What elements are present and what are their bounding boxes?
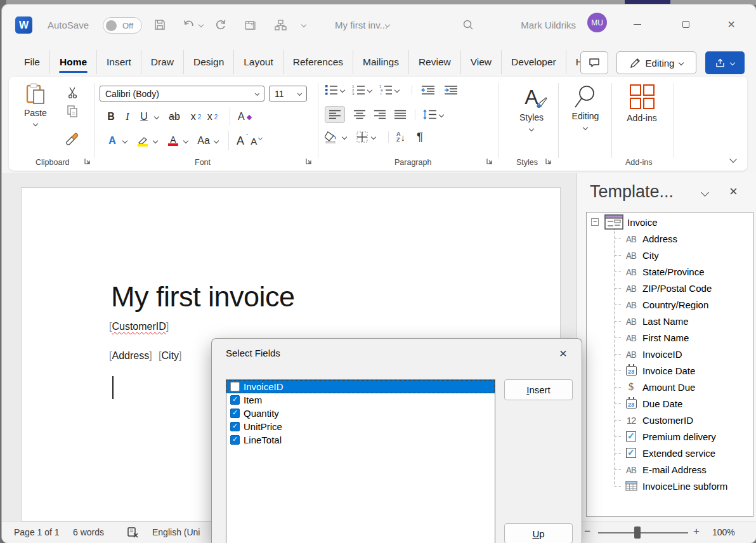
- italic-button[interactable]: I: [119, 107, 136, 126]
- collapse-ribbon-chevron-icon[interactable]: [729, 155, 736, 162]
- tree-item-extended-service[interactable]: Extended service: [587, 445, 715, 461]
- tab-mailings[interactable]: Mailings: [353, 50, 408, 74]
- autosave-toggle[interactable]: Off: [103, 17, 142, 34]
- tree-root-invoice[interactable]: − Invoice: [587, 214, 658, 230]
- package-icon[interactable]: [243, 18, 257, 32]
- field-row-unitprice[interactable]: UnitPrice: [226, 420, 495, 433]
- zoom-slider-track[interactable]: [598, 532, 688, 533]
- align-center-button[interactable]: [354, 110, 365, 119]
- paste-button[interactable]: Paste: [24, 83, 47, 126]
- minimize-button[interactable]: [625, 13, 650, 35]
- word-count[interactable]: 6 words: [73, 527, 104, 537]
- share-button[interactable]: [705, 51, 745, 74]
- highlight-chevron-icon[interactable]: [151, 131, 160, 150]
- font-name-combo[interactable]: Calibri (Body): [100, 86, 264, 101]
- page-indicator[interactable]: Page 1 of 1: [14, 527, 60, 537]
- multilevel-chevron-icon[interactable]: [394, 87, 400, 92]
- field-checkbox[interactable]: [230, 409, 240, 418]
- tab-home[interactable]: Home: [49, 50, 96, 74]
- paragraph-dialog-launcher-icon[interactable]: [486, 157, 495, 166]
- strikethrough-button[interactable]: ab: [166, 107, 183, 126]
- underline-button[interactable]: U: [136, 107, 152, 126]
- font-dialog-launcher-icon[interactable]: [305, 157, 314, 166]
- field-row-quantity[interactable]: Quantity: [226, 407, 495, 420]
- undo-chevron-icon[interactable]: [197, 18, 205, 32]
- tab-developer[interactable]: Developer: [501, 50, 566, 74]
- zoom-slider-handle[interactable]: [634, 527, 641, 539]
- zoom-in-button[interactable]: +: [693, 525, 700, 538]
- tree-item-invoice-date[interactable]: 23Invoice Date: [587, 362, 695, 379]
- subscript-button[interactable]: x2: [188, 107, 204, 126]
- document-heading[interactable]: My first invoice: [111, 280, 295, 313]
- tree-item-last-name[interactable]: ABLast Name: [587, 313, 689, 329]
- text-effects-chevron-icon[interactable]: [121, 131, 129, 150]
- panel-chevron-icon[interactable]: [701, 188, 709, 197]
- hierarchy-icon[interactable]: [273, 18, 287, 32]
- panel-close-icon[interactable]: ×: [729, 183, 738, 200]
- field-row-item[interactable]: Item: [226, 393, 495, 407]
- editing-group-button[interactable]: Editing: [563, 84, 608, 129]
- qat-chevron-icon[interactable]: [300, 18, 308, 32]
- line-spacing-button[interactable]: [415, 109, 443, 120]
- search-icon[interactable]: [461, 18, 475, 32]
- sort-button[interactable]: AZ ↓: [388, 131, 405, 143]
- field-row-linetotal[interactable]: LineTotal: [226, 433, 495, 447]
- format-painter-icon[interactable]: [65, 131, 80, 147]
- tree-item-invoiceline-subform[interactable]: InvoiceLine subform: [587, 478, 727, 494]
- word-logo-icon[interactable]: W: [15, 16, 32, 34]
- editing-mode-button[interactable]: Editing: [616, 51, 696, 74]
- text-effects-button[interactable]: A: [104, 131, 121, 150]
- cut-icon[interactable]: [67, 86, 80, 99]
- align-left-button[interactable]: [325, 106, 345, 123]
- field-checkbox[interactable]: [230, 382, 240, 391]
- tab-references[interactable]: References: [283, 50, 353, 74]
- decrease-indent-button[interactable]: [412, 85, 435, 95]
- insert-button[interactable]: Insert: [504, 379, 573, 400]
- field-checkbox[interactable]: [230, 435, 240, 445]
- styles-dialog-launcher-icon[interactable]: [545, 157, 554, 166]
- styles-button[interactable]: A Styles: [507, 84, 556, 131]
- redo-icon[interactable]: [214, 18, 228, 32]
- change-case-button[interactable]: Aa: [195, 131, 212, 150]
- justify-button[interactable]: [394, 110, 406, 119]
- doc-title-chevron-icon[interactable]: [384, 18, 391, 32]
- tab-file[interactable]: File: [15, 50, 49, 74]
- tree-item-zip-postal-code[interactable]: ABZIP/Postal Code: [587, 280, 712, 296]
- bullets-button[interactable]: [325, 84, 338, 95]
- align-right-button[interactable]: [374, 110, 386, 119]
- zoom-level[interactable]: 100%: [712, 527, 735, 537]
- change-case-chevron-icon[interactable]: [212, 131, 221, 150]
- tree-item-invoiceid[interactable]: ABInvoiceID: [587, 346, 682, 362]
- merge-field-customerid[interactable]: [CustomerID]: [109, 321, 169, 332]
- grow-font-button[interactable]: Aˆ: [228, 131, 248, 150]
- superscript-button[interactable]: x2: [204, 107, 221, 126]
- tree-item-amount-due[interactable]: $Amount Due: [587, 379, 695, 395]
- font-size-combo[interactable]: 11: [269, 86, 307, 101]
- field-checkbox[interactable]: [230, 395, 240, 405]
- font-color-chevron-icon[interactable]: [181, 131, 190, 150]
- numbering-button[interactable]: 123: [352, 84, 365, 95]
- tab-layout[interactable]: Layout: [233, 50, 283, 74]
- collapse-minus-icon[interactable]: −: [591, 218, 599, 226]
- up-button[interactable]: Up: [504, 523, 573, 543]
- tree-item-customerid[interactable]: 12CustomerID: [587, 412, 693, 428]
- proofing-status-icon[interactable]: [126, 527, 139, 539]
- tab-insert[interactable]: Insert: [96, 50, 141, 74]
- bullets-chevron-icon[interactable]: [340, 87, 345, 92]
- tree-item-first-name[interactable]: ABFirst Name: [587, 329, 689, 346]
- language-indicator[interactable]: English (Uni: [152, 527, 200, 537]
- field-checkbox[interactable]: [230, 422, 240, 431]
- addins-button[interactable]: Add-ins: [619, 84, 665, 123]
- document-title[interactable]: My first inv...: [335, 20, 388, 30]
- dialog-close-icon[interactable]: ×: [554, 344, 573, 363]
- tree-item-country-region[interactable]: ABCountry/Region: [587, 296, 708, 313]
- multilevel-list-button[interactable]: 1ai: [379, 84, 393, 95]
- undo-icon[interactable]: [182, 18, 196, 32]
- user-name[interactable]: Mark Uildriks: [509, 20, 576, 30]
- clipboard-dialog-launcher-icon[interactable]: [84, 157, 93, 166]
- shading-chevron-icon[interactable]: [342, 134, 347, 140]
- clear-formatting-button[interactable]: A◆: [230, 107, 252, 126]
- increase-indent-button[interactable]: [444, 85, 458, 95]
- tab-review[interactable]: Review: [408, 50, 460, 74]
- tree-item-address[interactable]: ABAddress: [587, 230, 677, 247]
